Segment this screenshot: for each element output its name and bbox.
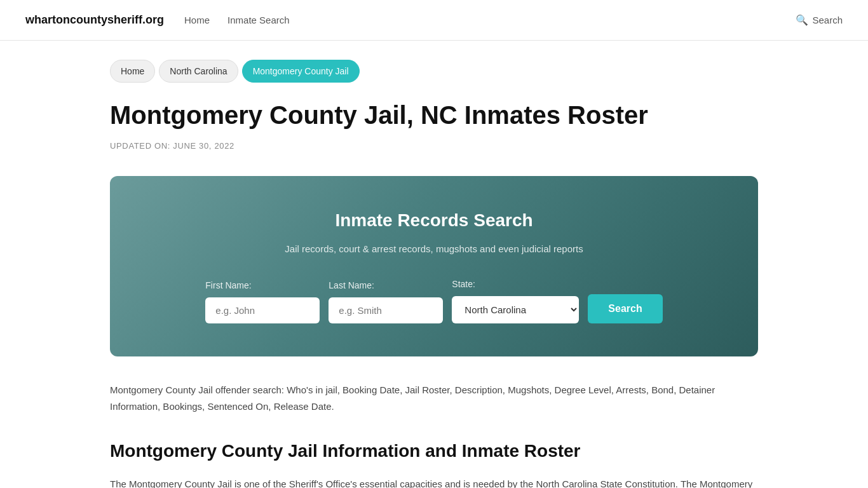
search-card: Inmate Records Search Jail records, cour… bbox=[110, 176, 758, 356]
last-name-group: Last Name: bbox=[329, 278, 443, 323]
description-text: Montgomery County Jail offender search: … bbox=[110, 382, 758, 414]
search-button[interactable]: Search bbox=[588, 294, 662, 323]
last-name-label: Last Name: bbox=[329, 278, 374, 292]
state-label: State: bbox=[452, 277, 475, 291]
section-body: The Montgomery County Jail is one of the… bbox=[110, 476, 758, 488]
navbar: whartoncountysheriff.org Home Inmate Sea… bbox=[0, 0, 868, 41]
breadcrumb-montgomery-county-jail[interactable]: Montgomery County Jail bbox=[242, 60, 360, 83]
navbar-search-label: Search bbox=[812, 13, 843, 28]
first-name-input[interactable] bbox=[205, 297, 320, 323]
navbar-search[interactable]: 🔍 Search bbox=[796, 12, 843, 29]
first-name-group: First Name: bbox=[205, 278, 320, 323]
state-group: State: North CarolinaAlabamaAlaskaArizon… bbox=[452, 277, 579, 323]
breadcrumb: Home North Carolina Montgomery County Ja… bbox=[110, 60, 758, 83]
breadcrumb-home[interactable]: Home bbox=[110, 60, 155, 83]
first-name-label: First Name: bbox=[205, 278, 251, 292]
navbar-link-inmate-search[interactable]: Inmate Search bbox=[227, 13, 290, 28]
main-content: Home North Carolina Montgomery County Ja… bbox=[85, 41, 783, 488]
navbar-links: Home Inmate Search bbox=[184, 13, 775, 28]
page-title: Montgomery County Jail, NC Inmates Roste… bbox=[110, 100, 758, 130]
last-name-input[interactable] bbox=[329, 297, 443, 323]
section-heading: Montgomery County Jail Information and I… bbox=[110, 437, 758, 466]
state-select[interactable]: North CarolinaAlabamaAlaskaArizonaArkans… bbox=[452, 296, 579, 323]
breadcrumb-north-carolina[interactable]: North Carolina bbox=[159, 60, 238, 83]
navbar-link-home[interactable]: Home bbox=[184, 13, 210, 28]
updated-on: UPDATED ON: JUNE 30, 2022 bbox=[110, 140, 758, 153]
search-card-subtitle: Jail records, court & arrest records, mu… bbox=[135, 241, 733, 257]
search-card-title: Inmate Records Search bbox=[135, 207, 733, 235]
search-form: First Name: Last Name: State: North Caro… bbox=[135, 277, 733, 323]
search-icon: 🔍 bbox=[796, 12, 808, 29]
navbar-brand[interactable]: whartoncountysheriff.org bbox=[25, 11, 164, 29]
